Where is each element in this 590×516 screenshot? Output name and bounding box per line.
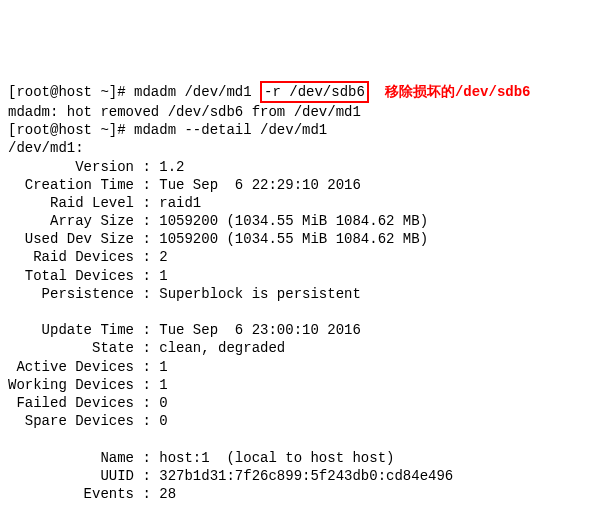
detail-version: Version : 1.2 <box>8 159 184 175</box>
detail-name: Name : host:1 (local to host host) <box>8 450 394 466</box>
blank-line <box>8 431 16 447</box>
prompt-line-2: [root@host ~]# mdadm --detail /dev/md1 <box>8 122 327 138</box>
prompt-line-1: [root@host ~]# mdadm /dev/md1 -r /dev/sd… <box>8 84 531 100</box>
detail-working-devices: Working Devices : 1 <box>8 377 168 393</box>
detail-persistence: Persistence : Superblock is persistent <box>8 286 361 302</box>
detail-creation-time: Creation Time : Tue Sep 6 22:29:10 2016 <box>8 177 361 193</box>
detail-active-devices: Active Devices : 1 <box>8 359 168 375</box>
detail-total-devices: Total Devices : 1 <box>8 268 168 284</box>
annotation-text: 移除损坏的/dev/sdb6 <box>385 84 531 100</box>
detail-raid-devices: Raid Devices : 2 <box>8 249 168 265</box>
detail-uuid: UUID : 327b1d31:7f26c899:5f243db0:cd84e4… <box>8 468 453 484</box>
detail-raid-level: Raid Level : raid1 <box>8 195 201 211</box>
boxed-option: -r /dev/sdb6 <box>260 81 369 103</box>
blank-line <box>8 304 16 320</box>
detail-update-time: Update Time : Tue Sep 6 23:00:10 2016 <box>8 322 361 338</box>
detail-spare-devices: Spare Devices : 0 <box>8 413 168 429</box>
output-line-hotremoved: mdadm: hot removed /dev/sdb6 from /dev/m… <box>8 104 361 120</box>
detail-failed-devices: Failed Devices : 0 <box>8 395 168 411</box>
detail-state: State : clean, degraded <box>8 340 285 356</box>
prompt-text: [root@host ~]# mdadm /dev/md1 <box>8 84 260 100</box>
detail-events: Events : 28 <box>8 486 176 502</box>
device-header: /dev/md1: <box>8 140 84 156</box>
detail-array-size: Array Size : 1059200 (1034.55 MiB 1084.6… <box>8 213 428 229</box>
terminal-output: [root@host ~]# mdadm /dev/md1 -r /dev/sd… <box>8 81 582 516</box>
detail-used-dev-size: Used Dev Size : 1059200 (1034.55 MiB 108… <box>8 231 428 247</box>
